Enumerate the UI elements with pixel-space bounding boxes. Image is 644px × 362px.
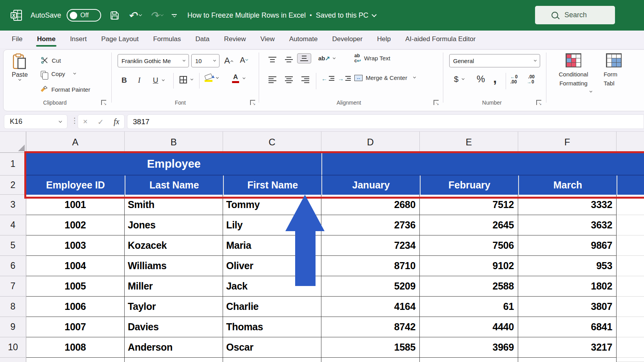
cell[interactable]	[321, 358, 420, 362]
tab-review[interactable]: Review	[224, 31, 246, 48]
document-title[interactable]: How to Freeze Multiple Rows in Excel • S…	[187, 0, 376, 31]
cell-header[interactable]: Last Name	[125, 176, 223, 195]
tab-page-layout[interactable]: Page Layout	[101, 31, 138, 48]
italic-button[interactable]: I	[138, 76, 140, 85]
insert-function-button[interactable]: fx	[114, 117, 119, 126]
cell[interactable]: 3332	[518, 195, 617, 215]
cell[interactable]: 3217	[518, 337, 617, 358]
cell[interactable]: Maria	[223, 235, 321, 256]
increase-decimal-button[interactable]: ←0.00	[510, 74, 518, 84]
tab-insert[interactable]: Insert	[70, 31, 87, 48]
cell-empty[interactable]	[617, 337, 644, 358]
cell-empty[interactable]	[617, 256, 644, 276]
cell[interactable]: Charlie	[223, 297, 321, 317]
cell-header[interactable]: First Name	[223, 176, 321, 195]
cell[interactable]: 4164	[321, 297, 420, 317]
cell[interactable]: 5209	[321, 276, 420, 297]
tab-formulas[interactable]: Formulas	[153, 31, 181, 48]
cell[interactable]: Oliver	[223, 256, 321, 276]
row-header-10[interactable]: 10	[0, 337, 26, 358]
tab-ai-formula-editor[interactable]: AI-aided Formula Editor	[405, 31, 476, 48]
align-middle-button[interactable]	[281, 54, 296, 65]
cut-button[interactable]: Cut	[41, 56, 61, 64]
cell[interactable]: 7506	[420, 235, 518, 256]
row-header-2[interactable]: 2	[0, 176, 26, 195]
tab-developer[interactable]: Developer	[332, 31, 363, 48]
align-left-button[interactable]	[265, 74, 279, 85]
increase-indent-button[interactable]: →	[338, 75, 351, 82]
cell-header-extension[interactable]	[617, 176, 644, 195]
cancel-button[interactable]: ×	[83, 117, 88, 126]
cell[interactable]: 3807	[518, 297, 617, 317]
row-header-6[interactable]: 6	[0, 256, 26, 276]
fill-color-button[interactable]	[205, 74, 218, 82]
cell[interactable]: 2588	[420, 276, 518, 297]
column-header-f[interactable]: F	[518, 132, 617, 153]
undo-button[interactable]: ↶	[128, 10, 141, 21]
row-header-7[interactable]: 7	[0, 276, 26, 297]
clipboard-dialog-launcher-icon[interactable]	[101, 100, 106, 105]
cell[interactable]: 3632	[518, 215, 617, 235]
font-color-button[interactable]: A	[232, 74, 245, 83]
row-header-9[interactable]: 9	[0, 317, 26, 337]
cell[interactable]: 8742	[321, 317, 420, 337]
select-all-corner[interactable]	[0, 132, 26, 153]
cell[interactable]: 1002	[26, 215, 125, 235]
align-bottom-button[interactable]	[297, 53, 311, 63]
column-header-c[interactable]: C	[223, 132, 321, 153]
cell[interactable]: Anderson	[125, 337, 223, 358]
alignment-dialog-launcher-icon[interactable]	[434, 100, 439, 105]
tab-automate[interactable]: Automate	[289, 31, 318, 48]
row-header-4[interactable]: 4	[0, 215, 26, 235]
paste-button[interactable]: Paste	[12, 53, 28, 80]
cell-empty[interactable]	[617, 235, 644, 256]
cell[interactable]: 9867	[518, 235, 617, 256]
cell[interactable]: Thomas	[223, 317, 321, 337]
cell-empty[interactable]	[617, 195, 644, 215]
customize-quick-access-button[interactable]	[172, 14, 177, 17]
merge-center-button[interactable]: ↔ Merge & Center	[354, 74, 415, 81]
column-header-partial[interactable]	[617, 132, 644, 153]
cell[interactable]: Tommy	[223, 195, 321, 215]
row-header-5[interactable]: 5	[0, 235, 26, 256]
cell[interactable]: Jones	[125, 215, 223, 235]
font-size-select[interactable]: 10	[191, 54, 220, 67]
align-top-button[interactable]	[265, 54, 279, 65]
format-painter-button[interactable]: Format Painter	[40, 85, 90, 93]
column-header-e[interactable]: E	[420, 132, 518, 153]
row-header-1[interactable]: 1	[0, 153, 26, 176]
cell-header[interactable]: Employee ID	[26, 176, 125, 195]
column-header-d[interactable]: D	[321, 132, 420, 153]
cell-empty[interactable]	[617, 276, 644, 297]
column-header-a[interactable]: A	[26, 132, 125, 153]
decrease-font-size-button[interactable]: A	[240, 56, 248, 65]
cell[interactable]: 1003	[26, 235, 125, 256]
cell[interactable]: Jack	[223, 276, 321, 297]
underline-button[interactable]: U	[153, 76, 164, 85]
cell[interactable]: 7512	[420, 195, 518, 215]
cell-header[interactable]: January	[321, 176, 420, 195]
currency-format-button[interactable]: $	[454, 74, 464, 84]
cell-header[interactable]: February	[420, 176, 518, 195]
tab-view[interactable]: View	[260, 31, 275, 48]
cell[interactable]: 3969	[420, 337, 518, 358]
column-header-b[interactable]: B	[125, 132, 223, 153]
orientation-button[interactable]: ab↗	[318, 55, 335, 62]
cell[interactable]: Lily	[223, 215, 321, 235]
cell[interactable]: Oscar	[223, 337, 321, 358]
cell[interactable]: 9102	[420, 256, 518, 276]
row-header-3[interactable]: 3	[0, 195, 26, 215]
name-box[interactable]: K16	[4, 114, 67, 129]
align-center-button[interactable]	[281, 74, 296, 85]
cell[interactable]: 2645	[420, 215, 518, 235]
cell[interactable]	[420, 358, 518, 362]
cell[interactable]: Williams	[125, 256, 223, 276]
autosave-toggle[interactable]: Off	[67, 9, 101, 22]
bold-button[interactable]: B	[122, 76, 127, 85]
cell[interactable]: 1001	[26, 195, 125, 215]
tab-file[interactable]: File	[12, 31, 22, 48]
enter-button[interactable]: ✓	[98, 118, 104, 126]
cell[interactable]: 1005	[26, 276, 125, 297]
format-as-table-button[interactable]: Form Tabl	[600, 53, 644, 88]
cell-empty[interactable]	[617, 297, 644, 317]
